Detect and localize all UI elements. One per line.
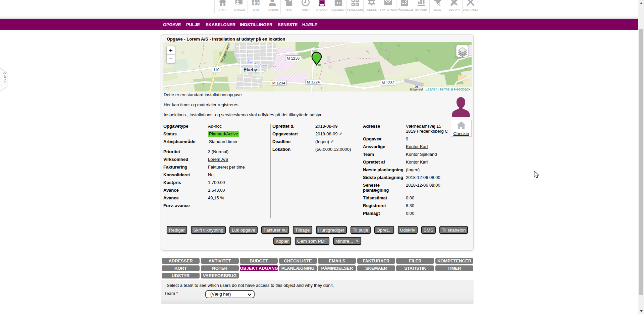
- svg-text:QUICK: QUICK: [3, 72, 6, 83]
- svg-text:M 1236: M 1236: [287, 56, 300, 60]
- svg-text:Kågeröd: Kågeröd: [410, 87, 423, 91]
- svg-text:12: 12: [336, 1, 341, 5]
- svg-text:M 1234: M 1234: [272, 81, 285, 85]
- svg-text:M 1232: M 1232: [382, 81, 394, 85]
- svg-text:110: 110: [213, 68, 219, 72]
- svg-text:$: $: [387, 0, 389, 1]
- svg-text:Ekeby: Ekeby: [244, 67, 257, 72]
- svg-text:M 1224: M 1224: [307, 80, 320, 84]
